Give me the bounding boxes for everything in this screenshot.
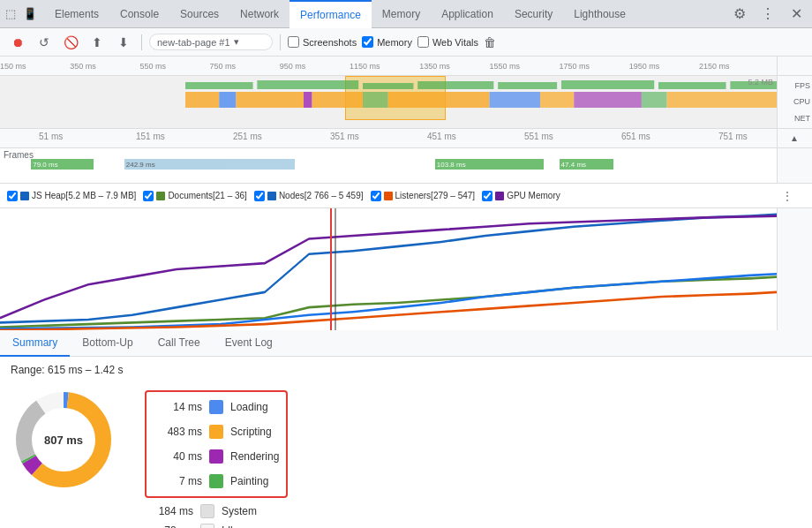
download-button[interactable]: ⬇ xyxy=(113,32,134,53)
top-ruler-tick: 150 ms xyxy=(0,62,26,71)
metric-checkbox-2[interactable] xyxy=(254,191,265,201)
fps-label: FPS xyxy=(779,81,810,90)
svg-rect-3 xyxy=(417,81,493,89)
tab-security[interactable]: Security xyxy=(504,0,563,28)
reload-record-button[interactable]: ↺ xyxy=(34,32,55,53)
tab-performance[interactable]: Performance xyxy=(289,0,372,28)
tab-application[interactable]: Application xyxy=(431,0,504,28)
metric-label-2: Nodes[2 766 – 5 459] xyxy=(279,191,364,200)
chart-right-panel xyxy=(777,208,812,330)
range-text: Range: 615 ms – 1.42 s xyxy=(11,364,801,376)
top-ruler-tick: 1750 ms xyxy=(560,62,590,71)
metric-checkbox-3[interactable] xyxy=(371,191,381,201)
performance-section: 150 ms350 ms550 ms750 ms950 ms1150 ms135… xyxy=(0,57,812,330)
performance-toolbar: ⏺ ↺ 🚫 ⬆ ⬇ new-tab-page #1 ▾ Screenshots … xyxy=(0,28,812,57)
loading-color xyxy=(209,400,223,414)
top-ruler-tick: 550 ms xyxy=(139,62,166,71)
clear-button[interactable]: 🚫 xyxy=(60,32,81,53)
rendering-color xyxy=(209,449,223,464)
net-label: NET xyxy=(779,114,810,123)
frame-block-1: 79.0 ms xyxy=(31,159,93,170)
top-ruler-tick: 750 ms xyxy=(210,62,237,71)
metric-chip-4[interactable]: GPU Memory xyxy=(482,191,560,201)
painting-name: Painting xyxy=(230,475,268,487)
metric-chip-2[interactable]: Nodes[2 766 – 5 459] xyxy=(254,191,364,201)
device-icon[interactable]: 📱 xyxy=(23,7,37,21)
svg-rect-11 xyxy=(304,92,312,108)
top-ruler: 150 ms350 ms550 ms750 ms950 ms1150 ms135… xyxy=(0,57,812,76)
frame-block-3: 103.8 ms xyxy=(435,159,544,170)
url-input[interactable]: new-tab-page #1 ▾ xyxy=(149,34,273,50)
svg-rect-2 xyxy=(363,83,413,89)
metric-label-3: Listeners[279 – 547] xyxy=(395,191,476,200)
metric-chip-0[interactable]: JS Heap[5.2 MB – 7.9 MB] xyxy=(7,191,136,201)
rendering-ms: 40 ms xyxy=(154,450,202,463)
ruler-tick: 751 ms xyxy=(718,132,748,141)
svg-rect-14 xyxy=(388,92,490,108)
svg-rect-10 xyxy=(236,92,304,108)
svg-rect-19 xyxy=(667,92,777,108)
separator-1 xyxy=(141,34,142,50)
stat-row-system: 184 ms System xyxy=(145,502,288,521)
memory-checkbox-group[interactable]: Memory xyxy=(362,36,412,48)
frames-bar-row: 79.0 ms 242.9 ms 103.8 ms 47.4 ms xyxy=(0,159,777,170)
top-ruler-tick: 350 ms xyxy=(70,62,96,71)
tab-lighthouse[interactable]: Lighthouse xyxy=(563,0,636,28)
metric-checkbox-1[interactable] xyxy=(143,191,154,201)
top-ruler-tick: 950 ms xyxy=(280,62,306,71)
metrics-bar: JS Heap[5.2 MB – 7.9 MB] Documents[21 – … xyxy=(0,184,812,208)
metric-chip-3[interactable]: Listeners[279 – 547] xyxy=(371,191,476,201)
top-ruler-tick: 1150 ms xyxy=(350,62,380,71)
settings-icon[interactable]: ⚙ xyxy=(727,2,752,26)
ruler-tick: 451 ms xyxy=(427,132,456,141)
system-color xyxy=(200,504,214,518)
overview-label xyxy=(0,76,53,128)
stat-row-painting: 7 ms Painting xyxy=(154,470,279,493)
ruler-tick: 551 ms xyxy=(524,132,553,141)
summary-content: Range: 615 ms – 1.42 s 807 ms 14 ms Load… xyxy=(0,357,812,528)
svg-rect-12 xyxy=(312,92,363,108)
tab-console[interactable]: Console xyxy=(109,0,169,28)
highlighted-stats: 14 ms Loading 483 ms Scripting 40 ms Ren… xyxy=(145,390,288,498)
timeline-scroll-up[interactable]: ▲ xyxy=(777,129,812,147)
ruler-tick: 351 ms xyxy=(330,132,359,141)
close-icon[interactable]: ✕ xyxy=(784,2,808,26)
summary-tab-summary[interactable]: Summary xyxy=(0,330,70,357)
overview-area: FPS CPU NET xyxy=(0,76,812,129)
upload-button[interactable]: ⬆ xyxy=(86,32,108,53)
web-vitals-checkbox[interactable] xyxy=(417,36,429,48)
record-button[interactable]: ⏺ xyxy=(7,32,28,53)
idle-color xyxy=(200,524,214,528)
metric-checkbox-4[interactable] xyxy=(482,191,492,201)
tab-network[interactable]: Network xyxy=(229,0,289,28)
web-vitals-checkbox-group[interactable]: Web Vitals xyxy=(417,36,478,48)
metric-checkbox-0[interactable] xyxy=(7,191,18,201)
summary-tab-bottom-up[interactable]: Bottom-Up xyxy=(70,330,145,357)
metric-label-1: Documents[21 – 36] xyxy=(168,191,247,200)
metrics-more-icon[interactable]: ⋮ xyxy=(770,187,805,204)
tab-elements[interactable]: Elements xyxy=(44,0,109,28)
loading-name: Loading xyxy=(230,401,268,413)
url-dropdown-icon[interactable]: ▾ xyxy=(234,36,239,48)
more-icon[interactable]: ⋮ xyxy=(756,2,780,26)
summary-tab-event-log[interactable]: Event Log xyxy=(213,330,285,357)
donut-label: 807 ms xyxy=(44,434,83,447)
metric-chip-1[interactable]: Documents[21 – 36] xyxy=(143,191,247,201)
scripting-ms: 483 ms xyxy=(154,426,202,438)
stat-row-idle: 78 ms Idle xyxy=(145,521,288,528)
memory-checkbox[interactable] xyxy=(362,36,373,48)
bottom-panel: SummaryBottom-UpCall TreeEvent Log Range… xyxy=(0,330,812,528)
summary-tab-call-tree[interactable]: Call Tree xyxy=(146,330,213,357)
tab-memory[interactable]: Memory xyxy=(372,0,431,28)
screenshots-checkbox[interactable] xyxy=(288,36,299,48)
tab-sources[interactable]: Sources xyxy=(169,0,229,28)
svg-rect-6 xyxy=(658,82,726,89)
fps-chart xyxy=(185,78,777,91)
idle-name: Idle xyxy=(222,524,238,528)
svg-rect-15 xyxy=(490,92,540,108)
svg-rect-18 xyxy=(642,92,667,108)
inspect-icon[interactable]: ⬚ xyxy=(4,7,18,21)
screenshots-checkbox-group[interactable]: Screenshots xyxy=(288,36,357,48)
trash-button[interactable]: 🗑 xyxy=(484,35,496,49)
painting-color xyxy=(209,474,223,488)
